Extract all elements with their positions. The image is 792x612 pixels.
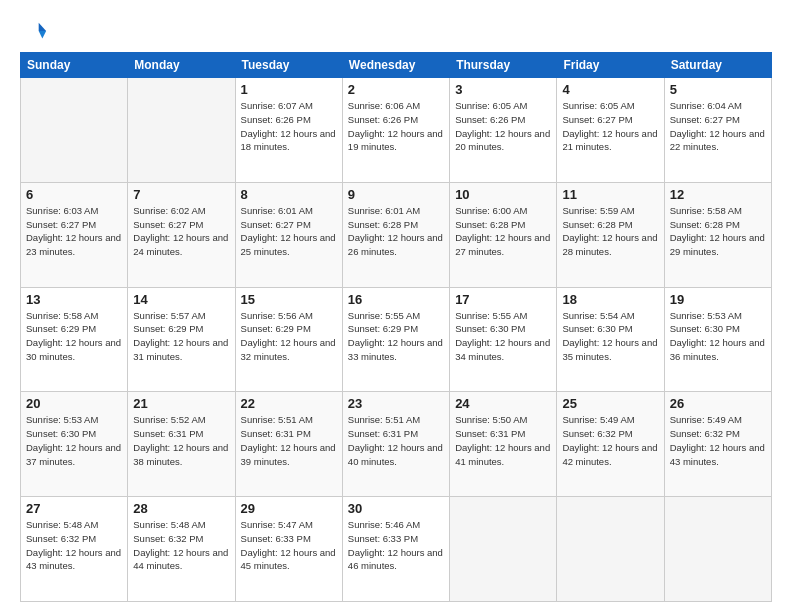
day-info: Sunrise: 6:05 AMSunset: 6:26 PMDaylight:… xyxy=(455,99,551,154)
calendar-cell: 29 Sunrise: 5:47 AMSunset: 6:33 PMDaylig… xyxy=(235,497,342,602)
calendar-cell: 19 Sunrise: 5:53 AMSunset: 6:30 PMDaylig… xyxy=(664,287,771,392)
day-info: Sunrise: 5:48 AMSunset: 6:32 PMDaylight:… xyxy=(26,518,122,573)
day-number: 28 xyxy=(133,501,229,516)
day-header-thursday: Thursday xyxy=(450,53,557,78)
day-info: Sunrise: 5:53 AMSunset: 6:30 PMDaylight:… xyxy=(670,309,766,364)
day-number: 7 xyxy=(133,187,229,202)
calendar-cell: 3 Sunrise: 6:05 AMSunset: 6:26 PMDayligh… xyxy=(450,78,557,183)
calendar-cell xyxy=(21,78,128,183)
day-info: Sunrise: 5:52 AMSunset: 6:31 PMDaylight:… xyxy=(133,413,229,468)
calendar-cell: 25 Sunrise: 5:49 AMSunset: 6:32 PMDaylig… xyxy=(557,392,664,497)
calendar-cell: 26 Sunrise: 5:49 AMSunset: 6:32 PMDaylig… xyxy=(664,392,771,497)
day-number: 30 xyxy=(348,501,444,516)
calendar-cell: 8 Sunrise: 6:01 AMSunset: 6:27 PMDayligh… xyxy=(235,182,342,287)
page: SundayMondayTuesdayWednesdayThursdayFrid… xyxy=(0,0,792,612)
day-info: Sunrise: 6:01 AMSunset: 6:27 PMDaylight:… xyxy=(241,204,337,259)
day-info: Sunrise: 6:03 AMSunset: 6:27 PMDaylight:… xyxy=(26,204,122,259)
day-info: Sunrise: 6:07 AMSunset: 6:26 PMDaylight:… xyxy=(241,99,337,154)
day-number: 6 xyxy=(26,187,122,202)
svg-marker-0 xyxy=(39,23,46,31)
calendar-cell: 23 Sunrise: 5:51 AMSunset: 6:31 PMDaylig… xyxy=(342,392,449,497)
day-number: 16 xyxy=(348,292,444,307)
day-info: Sunrise: 6:01 AMSunset: 6:28 PMDaylight:… xyxy=(348,204,444,259)
calendar-cell: 6 Sunrise: 6:03 AMSunset: 6:27 PMDayligh… xyxy=(21,182,128,287)
day-number: 5 xyxy=(670,82,766,97)
day-info: Sunrise: 5:48 AMSunset: 6:32 PMDaylight:… xyxy=(133,518,229,573)
calendar-cell: 9 Sunrise: 6:01 AMSunset: 6:28 PMDayligh… xyxy=(342,182,449,287)
calendar-cell: 13 Sunrise: 5:58 AMSunset: 6:29 PMDaylig… xyxy=(21,287,128,392)
calendar-cell: 28 Sunrise: 5:48 AMSunset: 6:32 PMDaylig… xyxy=(128,497,235,602)
day-number: 1 xyxy=(241,82,337,97)
day-info: Sunrise: 5:55 AMSunset: 6:29 PMDaylight:… xyxy=(348,309,444,364)
svg-marker-1 xyxy=(39,31,46,38)
day-info: Sunrise: 5:57 AMSunset: 6:29 PMDaylight:… xyxy=(133,309,229,364)
day-info: Sunrise: 6:04 AMSunset: 6:27 PMDaylight:… xyxy=(670,99,766,154)
day-number: 18 xyxy=(562,292,658,307)
calendar-cell xyxy=(128,78,235,183)
day-number: 12 xyxy=(670,187,766,202)
day-number: 20 xyxy=(26,396,122,411)
day-number: 23 xyxy=(348,396,444,411)
calendar-cell: 20 Sunrise: 5:53 AMSunset: 6:30 PMDaylig… xyxy=(21,392,128,497)
calendar-cell: 15 Sunrise: 5:56 AMSunset: 6:29 PMDaylig… xyxy=(235,287,342,392)
day-header-saturday: Saturday xyxy=(664,53,771,78)
day-info: Sunrise: 5:51 AMSunset: 6:31 PMDaylight:… xyxy=(241,413,337,468)
calendar-cell: 2 Sunrise: 6:06 AMSunset: 6:26 PMDayligh… xyxy=(342,78,449,183)
day-info: Sunrise: 5:55 AMSunset: 6:30 PMDaylight:… xyxy=(455,309,551,364)
day-number: 13 xyxy=(26,292,122,307)
day-number: 25 xyxy=(562,396,658,411)
calendar-cell: 10 Sunrise: 6:00 AMSunset: 6:28 PMDaylig… xyxy=(450,182,557,287)
day-number: 19 xyxy=(670,292,766,307)
day-number: 29 xyxy=(241,501,337,516)
calendar-cell xyxy=(557,497,664,602)
calendar-cell: 5 Sunrise: 6:04 AMSunset: 6:27 PMDayligh… xyxy=(664,78,771,183)
day-number: 11 xyxy=(562,187,658,202)
day-info: Sunrise: 5:58 AMSunset: 6:29 PMDaylight:… xyxy=(26,309,122,364)
logo xyxy=(20,18,52,46)
day-number: 21 xyxy=(133,396,229,411)
day-info: Sunrise: 5:49 AMSunset: 6:32 PMDaylight:… xyxy=(562,413,658,468)
day-info: Sunrise: 5:53 AMSunset: 6:30 PMDaylight:… xyxy=(26,413,122,468)
day-number: 4 xyxy=(562,82,658,97)
day-number: 8 xyxy=(241,187,337,202)
calendar-cell: 1 Sunrise: 6:07 AMSunset: 6:26 PMDayligh… xyxy=(235,78,342,183)
day-header-friday: Friday xyxy=(557,53,664,78)
day-info: Sunrise: 5:46 AMSunset: 6:33 PMDaylight:… xyxy=(348,518,444,573)
calendar-cell: 7 Sunrise: 6:02 AMSunset: 6:27 PMDayligh… xyxy=(128,182,235,287)
calendar-cell: 18 Sunrise: 5:54 AMSunset: 6:30 PMDaylig… xyxy=(557,287,664,392)
day-header-wednesday: Wednesday xyxy=(342,53,449,78)
day-info: Sunrise: 5:49 AMSunset: 6:32 PMDaylight:… xyxy=(670,413,766,468)
calendar-cell: 27 Sunrise: 5:48 AMSunset: 6:32 PMDaylig… xyxy=(21,497,128,602)
day-number: 2 xyxy=(348,82,444,97)
day-info: Sunrise: 6:02 AMSunset: 6:27 PMDaylight:… xyxy=(133,204,229,259)
day-info: Sunrise: 5:47 AMSunset: 6:33 PMDaylight:… xyxy=(241,518,337,573)
calendar-cell: 30 Sunrise: 5:46 AMSunset: 6:33 PMDaylig… xyxy=(342,497,449,602)
day-info: Sunrise: 5:58 AMSunset: 6:28 PMDaylight:… xyxy=(670,204,766,259)
day-header-monday: Monday xyxy=(128,53,235,78)
calendar-cell: 24 Sunrise: 5:50 AMSunset: 6:31 PMDaylig… xyxy=(450,392,557,497)
day-info: Sunrise: 6:00 AMSunset: 6:28 PMDaylight:… xyxy=(455,204,551,259)
header xyxy=(20,18,772,46)
day-number: 22 xyxy=(241,396,337,411)
day-info: Sunrise: 5:59 AMSunset: 6:28 PMDaylight:… xyxy=(562,204,658,259)
day-number: 24 xyxy=(455,396,551,411)
calendar-cell: 17 Sunrise: 5:55 AMSunset: 6:30 PMDaylig… xyxy=(450,287,557,392)
day-info: Sunrise: 5:51 AMSunset: 6:31 PMDaylight:… xyxy=(348,413,444,468)
calendar-table: SundayMondayTuesdayWednesdayThursdayFrid… xyxy=(20,52,772,602)
day-info: Sunrise: 5:50 AMSunset: 6:31 PMDaylight:… xyxy=(455,413,551,468)
calendar-cell xyxy=(450,497,557,602)
calendar-cell: 4 Sunrise: 6:05 AMSunset: 6:27 PMDayligh… xyxy=(557,78,664,183)
calendar-cell: 16 Sunrise: 5:55 AMSunset: 6:29 PMDaylig… xyxy=(342,287,449,392)
day-number: 17 xyxy=(455,292,551,307)
day-header-sunday: Sunday xyxy=(21,53,128,78)
calendar-cell xyxy=(664,497,771,602)
day-info: Sunrise: 6:05 AMSunset: 6:27 PMDaylight:… xyxy=(562,99,658,154)
calendar-cell: 14 Sunrise: 5:57 AMSunset: 6:29 PMDaylig… xyxy=(128,287,235,392)
day-number: 10 xyxy=(455,187,551,202)
day-number: 3 xyxy=(455,82,551,97)
day-number: 27 xyxy=(26,501,122,516)
day-number: 15 xyxy=(241,292,337,307)
calendar-cell: 11 Sunrise: 5:59 AMSunset: 6:28 PMDaylig… xyxy=(557,182,664,287)
day-info: Sunrise: 6:06 AMSunset: 6:26 PMDaylight:… xyxy=(348,99,444,154)
calendar-cell: 21 Sunrise: 5:52 AMSunset: 6:31 PMDaylig… xyxy=(128,392,235,497)
